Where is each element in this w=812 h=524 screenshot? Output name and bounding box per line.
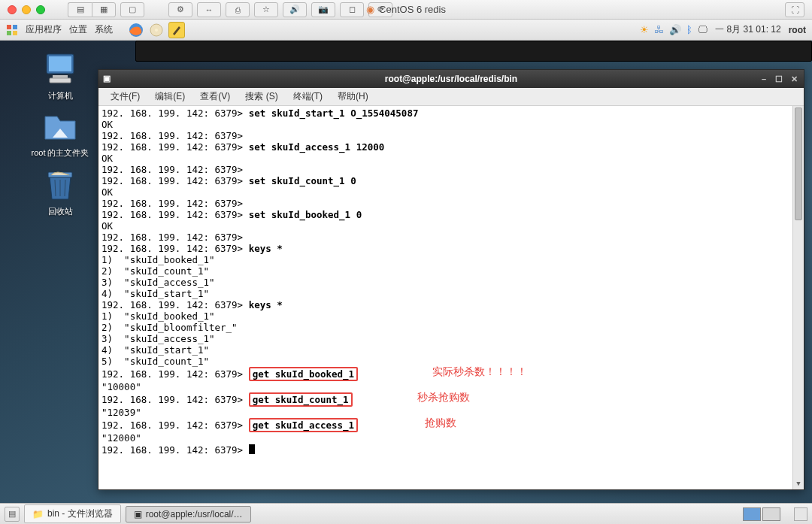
svg-rect-9 [53,75,68,78]
clock-text[interactable]: 一 8月 31 01: 12 [715,23,780,36]
gnome-top-panel: 应用程序 位置 系统 ☀ 🖧 🔊 ᛒ 🖵 一 8月 31 01: 12 root [0,20,812,41]
terminal-menubar: 文件(F) 编辑(E) 查看(V) 搜索 (S) 终端(T) 帮助(H) [98,88,804,106]
vm-audio-icon[interactable]: 🔊 [283,2,307,17]
terminal-line: 192. 168. 199. 142: 6379> [102,198,801,209]
workspace-1[interactable] [743,507,761,521]
task-terminal[interactable]: ▣ root@apple:/usr/local/… [126,506,251,522]
vm-favorite-icon[interactable]: ☆ [254,2,278,17]
terminal-menu-search[interactable]: 搜索 (S) [238,88,285,105]
terminal-line: 2) "skuId_count_1" [102,265,801,277]
vm-display-icon[interactable]: ◻ [340,2,364,17]
highlighted-command: get skuId_access_1 [249,418,358,432]
terminal-task-icon: ▣ [134,509,142,519]
mac-toolbar-icons: ▤ ▦ ▢ ⚙ ↔ ⎙ ☆ 🔊 📷 ◻ ⟳ [68,2,392,17]
scrollbar-thumb[interactable] [795,108,802,220]
vm-camera-icon[interactable]: 📷 [311,2,335,17]
gnome-main-menu: 应用程序 位置 系统 [6,22,185,38]
terminal-line: 192. 168. 199. 142: 6379> set skuId_book… [102,209,801,220]
vm-printer-icon[interactable]: ⎙ [226,2,250,17]
task-file-browser-label: bin - 文件浏览器 [47,507,113,520]
terminal-titlebar[interactable]: ▣ root@apple:/usr/local/redis/bin – ☐ ✕ [98,70,804,88]
terminal-line: 3) "skuId_access_1" [102,277,801,288]
svg-rect-2 [7,31,11,35]
terminal-line: 4) "skuId_start_1" [102,288,801,299]
terminal-line: 192. 168. 199. 142: 6379> get skuId_coun… [102,392,801,407]
firefox-launcher-icon[interactable] [128,22,144,38]
terminal-line: 192. 168. 199. 142: 6379> [102,232,801,243]
terminal-line: 192. 168. 199. 142: 6379> keys * [102,243,801,254]
terminal-close-button[interactable]: ✕ [787,73,801,85]
vm-title-text: CentOS 6 redis [379,4,446,15]
gnome-tray: ☀ 🖧 🔊 ᛒ 🖵 一 8月 31 01: 12 root [640,23,806,36]
volume-icon[interactable]: 🔊 [669,24,681,35]
terminal-body[interactable]: ▲ ▼ 192. 168. 199. 142: 6379> set skuId_… [98,106,804,489]
terminal-menu-terminal[interactable]: 终端(T) [286,88,330,105]
terminal-line: OK [102,220,801,232]
terminal-line: OK [102,153,801,164]
vm-sidebar-toggle[interactable]: ▤ [68,2,92,17]
terminal-line: 3) "skuId_access_1" [102,333,801,344]
terminal-line: 192. 168. 199. 142: 6379> [102,164,801,175]
svg-rect-10 [50,78,71,83]
menu-system[interactable]: 系统 [95,23,113,36]
note-launcher-icon[interactable] [168,22,185,38]
close-window-button[interactable] [8,5,17,14]
minimize-window-button[interactable] [22,5,31,14]
disc-launcher-icon[interactable] [148,22,165,38]
desktop-home-icon[interactable]: root 的主文件夹 [26,108,94,159]
show-desktop-button[interactable]: ▤ [5,507,20,522]
vm-resize-icon[interactable]: ↔ [197,2,221,17]
terminal-menu-view[interactable]: 查看(V) [192,88,238,105]
vm-pause-button[interactable]: ▢ [120,2,144,17]
display-icon[interactable]: 🖵 [698,24,707,35]
terminal-title-text: root@apple:/usr/local/redis/bin [385,74,517,84]
terminal-line: OK [102,119,801,130]
maximize-window-button[interactable] [36,5,45,14]
folder-icon: 📁 [32,509,44,519]
desktop[interactable]: 计算机 root 的主文件夹 回收站 ▣ root@apple:/usr/loc… [0,41,812,503]
update-icon[interactable]: ☀ [640,24,649,35]
terminal-cursor [249,444,255,454]
desktop-computer-icon[interactable]: 计算机 [26,51,94,101]
menu-applications[interactable]: 应用程序 [26,23,62,36]
terminal-menu-file[interactable]: 文件(F) [103,88,147,105]
desktop-trash-label: 回收站 [48,206,73,217]
terminal-line: 1) "skuId_booked_1" [102,254,801,265]
terminal-line: 192. 168. 199. 142: 6379> [102,130,801,141]
annotation-text: 实际秒杀数！！！！ [432,366,527,377]
highlighted-command: get skuId_booked_1 [249,367,358,381]
terminal-line: "12000" [102,432,801,444]
terminal-line: 2) "skuId_bloomfilter_" [102,322,801,333]
terminal-minimize-button[interactable]: – [757,73,771,85]
terminal-line: 4) "skuId_start_1" [102,344,801,356]
vm-view-toggle[interactable]: ▦ [92,2,116,17]
terminal-menu-edit[interactable]: 编辑(E) [147,88,192,105]
desktop-trash-icon[interactable]: 回收站 [26,167,94,217]
scroll-down-arrow[interactable]: ▼ [793,478,804,489]
vm-settings-icon[interactable]: ⚙ [168,2,192,17]
terminal-menu-help[interactable]: 帮助(H) [330,88,376,105]
terminal-line: 192. 168. 199. 142: 6379> get skuId_book… [102,367,801,381]
svg-point-6 [155,29,158,32]
workspace-2[interactable] [762,507,780,521]
network-icon[interactable]: 🖧 [654,24,664,35]
menu-places[interactable]: 位置 [69,23,87,36]
desktop-computer-label: 计算机 [48,90,73,101]
terminal-line: 192. 168. 199. 142: 6379> get skuId_acce… [102,418,801,432]
gnome-bottom-panel: ▤ 📁 bin - 文件浏览器 ▣ root@apple:/usr/local/… [0,503,812,524]
window-controls [8,5,45,14]
terminal-window: ▣ root@apple:/usr/local/redis/bin – ☐ ✕ … [98,69,804,490]
task-terminal-label: root@apple:/usr/local/… [146,509,243,519]
vm-fullscreen-button[interactable]: ⛶ [785,2,804,17]
terminal-line: 192. 168. 199. 142: 6379> set skuId_star… [102,108,801,119]
annotation-text: 秒杀抢购数 [417,392,470,403]
user-label[interactable]: root [789,25,806,35]
terminal-line: 192. 168. 199. 142: 6379> set skuId_acce… [102,141,801,153]
terminal-icon: ▣ [103,74,114,84]
mac-window-title: ◉ CentOS 6 redis [366,4,446,15]
terminal-maximize-button[interactable]: ☐ [772,73,786,85]
trash-applet[interactable] [794,507,807,521]
desktop-home-label: root 的主文件夹 [31,147,89,159]
task-file-browser[interactable]: 📁 bin - 文件浏览器 [24,504,121,523]
bluetooth-icon[interactable]: ᛒ [686,24,692,35]
